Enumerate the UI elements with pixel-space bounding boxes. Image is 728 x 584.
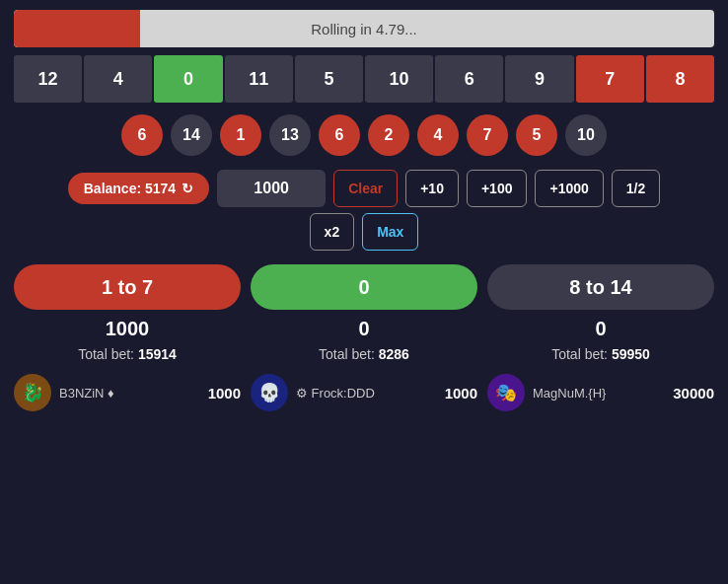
dice-ball: 10 bbox=[565, 114, 607, 156]
bet-label-button-1[interactable]: 0 bbox=[251, 264, 477, 310]
player-bet-2: 30000 bbox=[673, 385, 714, 402]
player-bet-1: 1000 bbox=[445, 385, 477, 402]
player-col-2: 🎭MagNuM.{H}30000 bbox=[487, 374, 714, 411]
half-button[interactable]: 1/2 bbox=[612, 170, 660, 207]
tile: 10 bbox=[365, 55, 433, 103]
rolling-text: Rolling in 4.79... bbox=[14, 21, 714, 37]
dice-ball: 2 bbox=[368, 114, 409, 156]
x2-button[interactable]: x2 bbox=[310, 213, 355, 251]
tile: 12 bbox=[14, 55, 82, 103]
bet-label-button-0[interactable]: 1 to 7 bbox=[14, 264, 241, 310]
avatar-0: 🐉 bbox=[14, 374, 51, 411]
tile: 9 bbox=[505, 55, 573, 103]
balance-button[interactable]: Balance: 5174 ↻ bbox=[68, 173, 209, 204]
player-name-0: B3NZiN ♦ bbox=[59, 386, 114, 401]
plus100-button[interactable]: +100 bbox=[467, 170, 528, 207]
avatar-1: 💀 bbox=[251, 374, 288, 411]
player-name-2: MagNuM.{H} bbox=[533, 386, 606, 401]
bet-sections: 1 to 71000Total bet: 1591400Total bet: 8… bbox=[0, 258, 728, 370]
dice-ball: 4 bbox=[417, 114, 459, 156]
dice-ball: 7 bbox=[467, 114, 508, 156]
total-bet-1: Total bet: 8286 bbox=[319, 346, 409, 362]
dice-ball: 5 bbox=[516, 114, 557, 156]
tile: 4 bbox=[84, 55, 152, 103]
refresh-icon: ↻ bbox=[182, 181, 193, 196]
avatar-2: 🎭 bbox=[487, 374, 525, 411]
dice-ball: 6 bbox=[121, 114, 163, 156]
bet-amount-0: 1000 bbox=[106, 318, 150, 340]
tile: 6 bbox=[435, 55, 503, 103]
dice-history: 6141136247510 bbox=[0, 109, 728, 166]
tile: 7 bbox=[576, 55, 644, 103]
bet-amount-2: 0 bbox=[595, 318, 606, 340]
dice-ball: 6 bbox=[319, 114, 360, 156]
player-bet-0: 1000 bbox=[208, 385, 241, 402]
clear-button[interactable]: Clear bbox=[333, 170, 398, 207]
plus10-button[interactable]: +10 bbox=[405, 170, 459, 207]
max-button[interactable]: Max bbox=[362, 213, 418, 251]
dice-ball: 14 bbox=[171, 114, 212, 156]
bet-label-button-2[interactable]: 8 to 14 bbox=[487, 264, 714, 310]
tile: 11 bbox=[225, 55, 293, 103]
player-name-1: ⚙ Frock:DDD bbox=[296, 386, 375, 401]
players-section: 🐉B3NZiN ♦1000💀⚙ Frock:DDD1000🎭MagNuM.{H}… bbox=[0, 370, 728, 417]
tiles-section: 1240115106978 bbox=[0, 53, 728, 109]
total-bet-0: Total bet: 15914 bbox=[78, 346, 177, 362]
tile: 5 bbox=[295, 55, 363, 103]
bet-col-2: 8 to 140Total bet: 59950 bbox=[487, 264, 714, 362]
dice-ball: 13 bbox=[269, 114, 311, 156]
tile: 8 bbox=[646, 55, 714, 103]
plus1000-button[interactable]: +1000 bbox=[535, 170, 603, 207]
tile: 0 bbox=[154, 55, 222, 103]
bet-col-0: 1 to 71000Total bet: 15914 bbox=[14, 264, 241, 362]
btn-row2: x2 Max bbox=[0, 211, 728, 258]
balance-label: Balance: 5174 bbox=[84, 181, 176, 196]
player-col-0: 🐉B3NZiN ♦1000 bbox=[14, 374, 241, 411]
total-bet-2: Total bet: 59950 bbox=[551, 346, 650, 362]
player-col-1: 💀⚙ Frock:DDD1000 bbox=[251, 374, 477, 411]
bet-col-1: 00Total bet: 8286 bbox=[251, 264, 477, 362]
controls-section[interactable]: Balance: 5174 ↻ Clear +10 +100 +1000 1/2 bbox=[0, 166, 728, 211]
bet-input[interactable] bbox=[217, 170, 326, 207]
progress-section: Rolling in 4.79... bbox=[0, 0, 728, 53]
bet-amount-1: 0 bbox=[358, 318, 369, 340]
dice-ball: 1 bbox=[220, 114, 261, 156]
progress-bar: Rolling in 4.79... bbox=[14, 10, 714, 47]
